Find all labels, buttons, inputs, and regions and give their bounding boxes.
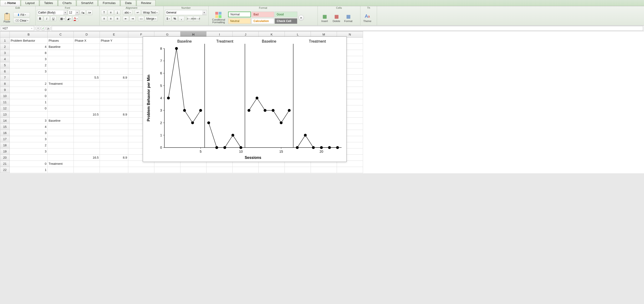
merge-icon-button[interactable]: ▭ xyxy=(138,16,144,21)
ribbon-tab-home[interactable]: ⌂Home xyxy=(0,0,20,6)
cell-B12[interactable]: 0 xyxy=(10,105,48,112)
indent-inc-button[interactable]: ⇥ xyxy=(130,16,136,21)
wrap-icon-button[interactable]: ↩ xyxy=(135,10,141,15)
cell-B5[interactable]: 2 xyxy=(10,62,48,68)
cell-D17[interactable] xyxy=(74,136,100,142)
styles-more-button[interactable]: ▸ xyxy=(298,15,304,21)
cell-E20[interactable]: 8.9 xyxy=(100,154,128,161)
row-header-21[interactable]: 21 xyxy=(0,161,10,167)
cell-E19[interactable] xyxy=(100,149,128,154)
ribbon-tab-charts[interactable]: Charts xyxy=(58,0,76,6)
row-header-7[interactable]: 7 xyxy=(0,75,10,81)
style-good[interactable]: Good xyxy=(274,11,297,17)
row-header-13[interactable]: 13 xyxy=(0,112,10,118)
col-header-B[interactable]: B xyxy=(10,31,48,38)
cell-C20[interactable] xyxy=(48,154,74,161)
cell-E22[interactable] xyxy=(100,167,128,173)
ribbon-tab-smartart[interactable]: SmartArt xyxy=(76,0,98,6)
fill-color-button[interactable]: ◢ xyxy=(66,16,72,21)
cell-B3[interactable]: 8 xyxy=(10,50,48,56)
cell-B14[interactable]: 3 xyxy=(10,118,48,124)
cell-E21[interactable] xyxy=(100,161,128,167)
underline-button[interactable]: U xyxy=(50,16,56,21)
format-cells-button[interactable]: ▦Format xyxy=(343,11,354,25)
cell-G22[interactable] xyxy=(154,167,180,173)
cell-E13[interactable]: 8.9 xyxy=(100,112,128,118)
cell-D22[interactable] xyxy=(74,167,100,173)
orientation-button[interactable]: abc xyxy=(123,10,132,15)
cell-D7[interactable]: 5.5 xyxy=(74,75,100,81)
style-normal[interactable]: Normal xyxy=(228,11,251,17)
ribbon-tab-formulas[interactable]: Formulas xyxy=(98,0,120,6)
cell-D11[interactable] xyxy=(74,99,100,105)
cell-C3[interactable] xyxy=(48,50,74,56)
increase-decimal-button[interactable]: .0→.00 xyxy=(187,16,193,21)
cell-D16[interactable] xyxy=(74,130,100,136)
fill-button[interactable]: ⬇ Fill xyxy=(13,12,30,17)
row-header-10[interactable]: 10 xyxy=(0,93,10,99)
cell-B8[interactable]: 2 xyxy=(10,81,48,87)
conditional-formatting-button[interactable]: Conditional Formatting xyxy=(210,11,227,25)
cell-D12[interactable] xyxy=(74,105,100,112)
cell-B6[interactable]: 3 xyxy=(10,68,48,75)
row-header-9[interactable]: 9 xyxy=(0,87,10,93)
delete-cells-button[interactable]: ▦Delete xyxy=(331,11,342,25)
cell-D1[interactable]: Phase X xyxy=(74,38,100,44)
cell-D6[interactable] xyxy=(74,68,100,75)
align-middle-button[interactable]: ≡ xyxy=(108,10,114,15)
comma-button[interactable]: , xyxy=(178,16,184,21)
cell-E2[interactable] xyxy=(100,44,128,50)
bold-button[interactable]: B xyxy=(37,16,43,21)
border-button[interactable]: ▦ xyxy=(59,16,66,21)
font-name-input[interactable] xyxy=(37,10,63,15)
cell-L22[interactable] xyxy=(285,167,311,173)
cell-B11[interactable]: 1 xyxy=(10,99,48,105)
cell-C19[interactable] xyxy=(48,149,74,154)
cell-K22[interactable] xyxy=(259,167,285,173)
align-bottom-button[interactable]: ⤓ xyxy=(114,10,120,15)
align-top-button[interactable]: ⤒ xyxy=(101,10,107,15)
cell-C1[interactable]: Phases xyxy=(48,38,74,44)
paste-button[interactable]: Paste xyxy=(2,11,12,25)
cell-E15[interactable] xyxy=(100,124,128,130)
cell-E14[interactable] xyxy=(100,118,128,124)
cell-B18[interactable]: 2 xyxy=(10,142,48,149)
cell-C5[interactable] xyxy=(48,62,74,68)
number-format-input[interactable] xyxy=(165,10,202,15)
clear-button[interactable]: ⌫ Clear xyxy=(13,18,30,23)
row-header-6[interactable]: 6 xyxy=(0,68,10,75)
cell-E17[interactable] xyxy=(100,136,128,142)
cell-C11[interactable] xyxy=(48,99,74,105)
ribbon-tab-tables[interactable]: Tables xyxy=(40,0,58,6)
cell-C12[interactable] xyxy=(48,105,74,112)
cell-D2[interactable] xyxy=(74,44,100,50)
decrease-decimal-button[interactable]: .00→.0 xyxy=(194,16,200,21)
cell-B10[interactable]: 0 xyxy=(10,93,48,99)
cell-D5[interactable] xyxy=(74,62,100,68)
font-name-combo[interactable]: ▾ xyxy=(37,10,67,15)
row-header-20[interactable]: 20 xyxy=(0,154,10,161)
cell-B4[interactable]: 3 xyxy=(10,56,48,62)
cell-B2[interactable]: 4 xyxy=(10,44,48,50)
row-header-22[interactable]: 22 xyxy=(0,167,10,173)
cell-C4[interactable] xyxy=(48,56,74,62)
font-size-combo[interactable]: ▾ xyxy=(68,10,79,15)
cancel-formula-button[interactable]: ✕ xyxy=(36,26,40,31)
cell-E16[interactable] xyxy=(100,130,128,136)
cell-C16[interactable] xyxy=(48,130,74,136)
cell-B13[interactable] xyxy=(10,112,48,118)
cell-C21[interactable]: Treatment xyxy=(48,161,74,167)
cell-E9[interactable] xyxy=(100,87,128,93)
cell-M22[interactable] xyxy=(311,167,337,173)
insert-cells-button[interactable]: ▦Insert xyxy=(319,11,330,25)
cell-B20[interactable] xyxy=(10,154,48,161)
embedded-chart[interactable]: 0123456785101520BaselineTreatmentBaselin… xyxy=(143,36,347,162)
cell-B9[interactable]: 0 xyxy=(10,87,48,93)
align-left-button[interactable]: ≡ xyxy=(101,16,107,21)
cell-B16[interactable]: 3 xyxy=(10,130,48,136)
accept-formula-button[interactable]: ✓ xyxy=(41,26,46,31)
style-check-cell[interactable]: Check Cell xyxy=(274,18,297,24)
cell-C8[interactable]: Treatment xyxy=(48,81,74,87)
number-format-combo[interactable]: ▾ xyxy=(165,10,207,15)
row-header-19[interactable]: 19 xyxy=(0,149,10,154)
